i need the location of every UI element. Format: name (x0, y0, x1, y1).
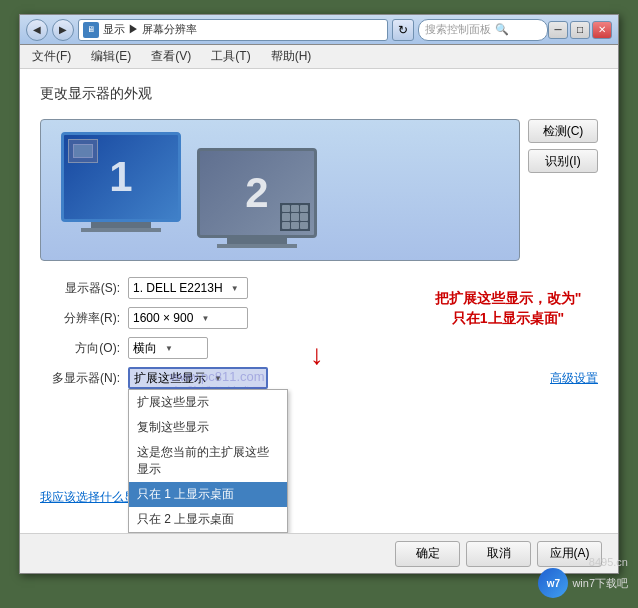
monitor-2-base (217, 244, 297, 248)
advanced-link[interactable]: 高级设置 (550, 370, 598, 387)
multi-select[interactable]: 扩展这些显示 ▼ (128, 367, 268, 389)
search-icon: 🔍 (495, 23, 509, 36)
address-text: 显示 ▶ 屏幕分辨率 (103, 22, 197, 37)
logo-text: win7下载吧 (572, 576, 628, 591)
title-bar: ◀ ▶ 🖥 显示 ▶ 屏幕分辨率 ↻ 搜索控制面板 🔍 ─ □ ✕ (20, 15, 618, 45)
multi-label: 多显示器(N): (40, 370, 120, 387)
site-text: 8495.cn (589, 556, 628, 568)
window-controls: ─ □ ✕ (548, 21, 612, 39)
title-bar-left: ◀ ▶ 🖥 显示 ▶ 屏幕分辨率 ↻ 搜索控制面板 🔍 (26, 19, 548, 41)
orientation-arrow: ▼ (165, 344, 173, 353)
dropdown-item-4[interactable]: 只在 2 上显示桌面 (129, 507, 287, 532)
identify-button[interactable]: 识别(I) (528, 149, 598, 173)
resolution-label: 分辨率(R): (40, 310, 120, 327)
multi-value: 扩展这些显示 (134, 370, 206, 387)
back-button[interactable]: ◀ (26, 19, 48, 41)
maximize-button[interactable]: □ (570, 21, 590, 39)
refresh-button[interactable]: ↻ (392, 19, 414, 41)
monitor-2-number: 2 (245, 169, 268, 217)
minimize-button[interactable]: ─ (548, 21, 568, 39)
arrow-indicator: ↓ (310, 339, 324, 371)
forward-button[interactable]: ▶ (52, 19, 74, 41)
monitor-2-wrapper: 2 (197, 148, 317, 248)
resolution-select[interactable]: 1600 × 900 ▼ (128, 307, 248, 329)
close-button[interactable]: ✕ (592, 21, 612, 39)
address-icon: 🖥 (83, 22, 99, 38)
multi-arrow: ▼ (214, 374, 222, 383)
display-value: 1. DELL E2213H (133, 281, 223, 295)
display-select[interactable]: 1. DELL E2213H ▼ (128, 277, 248, 299)
bottom-bar: 确定 取消 应用(A) (20, 533, 618, 573)
monitor-1-number: 1 (109, 153, 132, 201)
menu-view[interactable]: 查看(V) (147, 46, 195, 67)
address-bar[interactable]: 🖥 显示 ▶ 屏幕分辨率 (78, 19, 388, 41)
dropdown-item-3[interactable]: 只在 1 上显示桌面 (129, 482, 287, 507)
help-row: 我应该选择什么显示器设置？ (40, 489, 598, 506)
main-window: ◀ ▶ 🖥 显示 ▶ 屏幕分辨率 ↻ 搜索控制面板 🔍 ─ □ ✕ 文件(F) … (19, 14, 619, 574)
menu-tools[interactable]: 工具(T) (207, 46, 254, 67)
orientation-select[interactable]: 横向 ▼ (128, 337, 208, 359)
search-placeholder: 搜索控制面板 (425, 22, 491, 37)
monitor-1-base (81, 228, 161, 232)
dropdown-item-2[interactable]: 这是您当前的主扩展这些显示 (129, 440, 287, 482)
cancel-button[interactable]: 取消 (466, 541, 531, 567)
annotation-text: 把扩展这些显示，改为"只在1上显示桌面" (428, 289, 588, 328)
monitor-2[interactable]: 2 (197, 148, 317, 238)
monitor-1-icon (68, 139, 98, 163)
page-title: 更改显示器的外观 (40, 85, 598, 103)
orientation-label: 方向(O): (40, 340, 120, 357)
display-arrow: ▼ (231, 284, 239, 293)
orientation-value: 横向 (133, 340, 157, 357)
resolution-arrow: ▼ (201, 314, 209, 323)
logo-icon: w7 (538, 568, 568, 598)
resolution-value: 1600 × 900 (133, 311, 193, 325)
monitor-1-wrapper: 1 (61, 132, 181, 248)
display-label: 显示器(S): (40, 280, 120, 297)
menu-bar: 文件(F) 编辑(E) 查看(V) 工具(T) 帮助(H) (20, 45, 618, 69)
monitor-1[interactable]: 1 (61, 132, 181, 222)
multi-dropdown-menu: 扩展这些显示 复制这些显示 这是您当前的主扩展这些显示 只在 1 上显示桌面 只… (128, 389, 288, 533)
right-buttons: 检测(C) 识别(I) (528, 119, 598, 173)
search-bar[interactable]: 搜索控制面板 🔍 (418, 19, 548, 41)
menu-help[interactable]: 帮助(H) (267, 46, 316, 67)
monitor-area: 1 2 (40, 119, 598, 261)
multi-dropdown-container: 扩展这些显示 ▼ 扩展这些显示 复制这些显示 这是您当前的主扩展这些显示 只在 … (128, 367, 268, 389)
monitors-container: 1 2 (40, 119, 520, 261)
monitor-2-icon (280, 203, 310, 231)
logo-area: w7 win7下载吧 (538, 568, 628, 598)
detect-button[interactable]: 检测(C) (528, 119, 598, 143)
ok-button[interactable]: 确定 (395, 541, 460, 567)
menu-file[interactable]: 文件(F) (28, 46, 75, 67)
dropdown-item-0[interactable]: 扩展这些显示 (129, 390, 287, 415)
main-content: 更改显示器的外观 1 2 (20, 69, 618, 533)
dropdown-item-1[interactable]: 复制这些显示 (129, 415, 287, 440)
menu-edit[interactable]: 编辑(E) (87, 46, 135, 67)
